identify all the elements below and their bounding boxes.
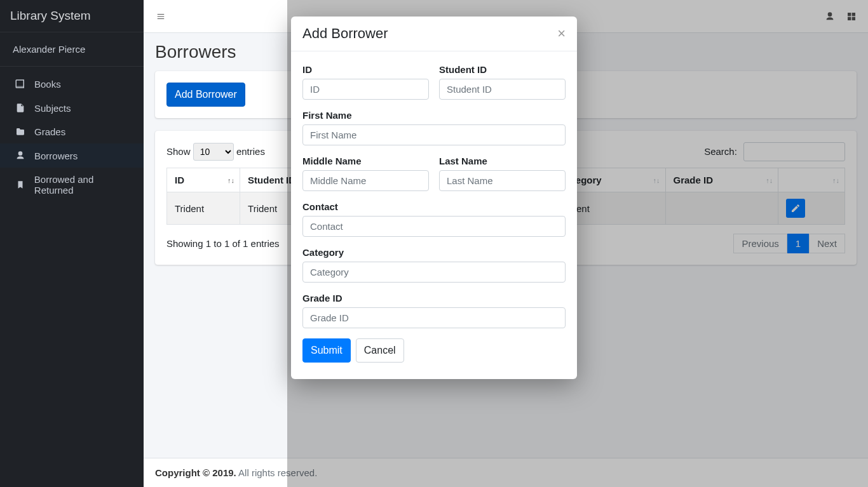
brand: Library System bbox=[0, 0, 144, 32]
cell-id: Trident bbox=[167, 192, 240, 225]
add-borrower-button[interactable]: Add Borrower bbox=[166, 83, 245, 107]
bookmark-icon bbox=[13, 179, 28, 190]
sidebar-item-grades[interactable]: Grades bbox=[0, 120, 144, 143]
user-name: Alexander Pierce bbox=[0, 32, 144, 67]
datatable-info: Showing 1 to 1 of 1 entries bbox=[166, 238, 280, 249]
input-category[interactable] bbox=[302, 262, 566, 283]
modal-title: Add Borrower bbox=[302, 25, 388, 42]
modal-body: ID Student ID First Name Middle Name Las… bbox=[291, 51, 577, 379]
input-contact[interactable] bbox=[302, 216, 566, 237]
col-id[interactable]: ID ↑↓ bbox=[167, 168, 240, 192]
footer-copyright-strong: Copyright © 2019. bbox=[155, 467, 236, 478]
sidebar-item-books[interactable]: Books bbox=[0, 72, 144, 96]
cancel-button[interactable]: Cancel bbox=[356, 338, 404, 363]
add-borrower-modal: Add Borrower × ID Student ID First Name … bbox=[291, 17, 577, 379]
length-prefix: Show bbox=[166, 146, 191, 157]
label-last-name: Last Name bbox=[439, 156, 566, 166]
label-grade-id: Grade ID bbox=[302, 293, 566, 304]
input-last-name[interactable] bbox=[439, 170, 566, 191]
folder-icon bbox=[13, 127, 28, 137]
datatable-length: Show 10 entries bbox=[166, 143, 265, 161]
label-category: Category bbox=[302, 247, 566, 258]
sidebar-nav: Books Subjects Grades Borrowers Borrowed bbox=[0, 67, 144, 207]
book-icon bbox=[13, 78, 28, 90]
file-icon bbox=[13, 102, 28, 114]
sidebar-item-label: Subjects bbox=[34, 103, 71, 114]
sidebar-item-label: Books bbox=[34, 79, 61, 90]
label-id: ID bbox=[302, 64, 429, 75]
input-first-name[interactable] bbox=[302, 124, 566, 145]
sidebar-item-borrowers[interactable]: Borrowers bbox=[0, 143, 144, 168]
label-first-name: First Name bbox=[302, 110, 566, 121]
input-id[interactable] bbox=[302, 79, 429, 100]
label-contact: Contact bbox=[302, 201, 566, 212]
user-icon bbox=[13, 150, 28, 161]
submit-button[interactable]: Submit bbox=[302, 338, 351, 363]
label-middle-name: Middle Name bbox=[302, 156, 429, 166]
input-student-id[interactable] bbox=[439, 79, 566, 100]
sidebar-item-borrowed-returned[interactable]: Borrowed and Returned bbox=[0, 168, 144, 202]
length-select[interactable]: 10 bbox=[193, 143, 234, 161]
modal-header: Add Borrower × bbox=[291, 17, 577, 51]
sidebar-item-label: Borrowers bbox=[34, 150, 78, 161]
sort-asc-icon: ↑↓ bbox=[227, 177, 234, 184]
sidebar-item-label: Borrowed and Returned bbox=[34, 174, 135, 196]
close-icon[interactable]: × bbox=[557, 27, 566, 41]
sidebar: Library System Alexander Pierce Books Su… bbox=[0, 0, 144, 487]
input-middle-name[interactable] bbox=[302, 170, 429, 191]
label-student-id: Student ID bbox=[439, 64, 566, 75]
sidebar-item-subjects[interactable]: Subjects bbox=[0, 96, 144, 120]
length-suffix: entries bbox=[236, 146, 265, 157]
input-grade-id[interactable] bbox=[302, 307, 566, 328]
menu-toggle-icon[interactable] bbox=[155, 12, 166, 21]
sidebar-item-label: Grades bbox=[34, 126, 65, 137]
